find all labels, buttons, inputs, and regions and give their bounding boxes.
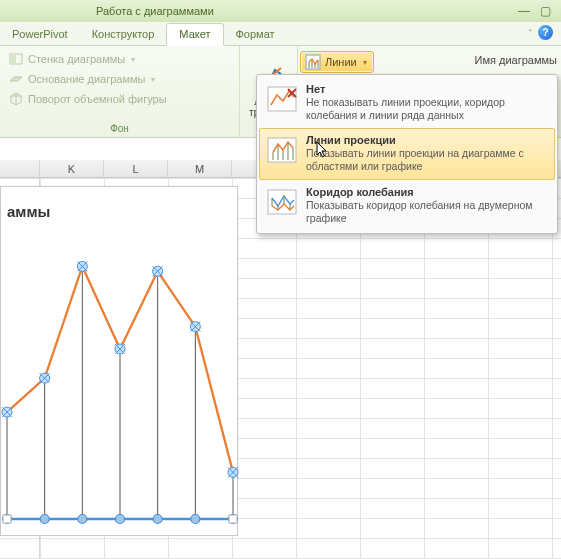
- rotation-3d-icon: [8, 91, 24, 107]
- chart-base-button: Основание диаграммы ▾: [6, 70, 233, 88]
- option-desc: Не показывать линии проекции, коридор ко…: [306, 96, 548, 122]
- svg-point-54: [78, 515, 87, 524]
- lines-dropdown-button[interactable]: Линии ▾: [300, 51, 374, 73]
- chart-plot-area[interactable]: [7, 239, 233, 519]
- option-title: Коридор колебания: [306, 186, 548, 198]
- chart-title[interactable]: аммы: [7, 203, 50, 220]
- option-desc: Показывать линии проекции на диаграмме с…: [306, 147, 548, 173]
- lines-droplines-icon: [266, 134, 298, 166]
- lines-icon: [305, 54, 321, 70]
- embedded-chart[interactable]: аммы: [0, 186, 238, 536]
- svg-point-57: [191, 515, 200, 524]
- chart-base-label: Основание диаграммы: [28, 73, 145, 85]
- svg-rect-59: [3, 515, 11, 523]
- ribbon-group-fon: Стенка диаграммы ▾ Основание диаграммы ▾…: [0, 46, 240, 137]
- chart-wall-button: Стенка диаграммы ▾: [6, 50, 233, 68]
- contextual-tab-title-text: Работа с диаграммами: [96, 5, 214, 17]
- svg-point-55: [116, 515, 125, 524]
- rotation-3d-label: Поворот объемной фигуры: [28, 93, 167, 105]
- option-title: Нет: [306, 83, 548, 95]
- chart-svg: [7, 239, 233, 519]
- col-header[interactable]: M: [168, 160, 232, 177]
- chevron-down-icon: ▾: [363, 58, 367, 67]
- lines-none-icon: [266, 83, 298, 115]
- col-header[interactable]: [0, 160, 40, 177]
- chart-wall-label: Стенка диаграммы: [28, 53, 125, 65]
- col-header[interactable]: K: [40, 160, 104, 177]
- svg-rect-1: [10, 54, 16, 64]
- lines-hilow-icon: [266, 186, 298, 218]
- svg-point-56: [153, 515, 162, 524]
- ribbon: Стенка диаграммы ▾ Основание диаграммы ▾…: [0, 46, 561, 138]
- svg-point-53: [40, 515, 49, 524]
- ribbon-group-label: Фон: [0, 123, 239, 137]
- lines-option-droplines[interactable]: Линии проекции Показывать линии проекции…: [259, 128, 555, 179]
- chart-base-icon: [8, 71, 24, 87]
- tab-maket[interactable]: Макет: [166, 23, 223, 46]
- option-title: Линии проекции: [306, 134, 548, 146]
- contextual-tab-title: Работа с диаграммами — ▢: [0, 0, 561, 22]
- window-controls: — ▢: [518, 4, 551, 18]
- svg-marker-2: [10, 77, 22, 81]
- tab-format[interactable]: Формат: [224, 24, 287, 45]
- tab-konstruktor[interactable]: Конструктор: [80, 24, 167, 45]
- help-area: ˇ ?: [529, 25, 553, 40]
- restore-icon[interactable]: ▢: [540, 4, 551, 18]
- lines-option-none[interactable]: Нет Не показывать линии проекции, коридо…: [259, 77, 555, 128]
- lines-option-hilow[interactable]: Коридор колебания Показывать коридор кол…: [259, 180, 555, 231]
- chevron-down-icon: ▾: [151, 75, 155, 84]
- ribbon-minimize-icon[interactable]: ˇ: [529, 28, 532, 38]
- tab-powerpivot[interactable]: PowerPivot: [0, 24, 80, 45]
- rotation-3d-button: Поворот объемной фигуры: [6, 90, 233, 108]
- svg-rect-12: [268, 138, 296, 162]
- chart-wall-icon: [8, 51, 24, 67]
- lines-dropdown-menu: Нет Не показывать линии проекции, коридо…: [256, 74, 558, 234]
- help-icon[interactable]: ?: [538, 25, 553, 40]
- col-header[interactable]: L: [104, 160, 168, 177]
- ribbon-tabs: PowerPivot Конструктор Макет Формат ˇ ?: [0, 22, 561, 46]
- svg-rect-60: [229, 515, 237, 523]
- chevron-down-icon: ▾: [131, 55, 135, 64]
- option-desc: Показывать коридор колебания на двумерно…: [306, 199, 548, 225]
- lines-button-label: Линии: [325, 56, 357, 68]
- minimize-icon[interactable]: —: [518, 4, 530, 18]
- chart-name-label: Имя диаграммы: [475, 54, 557, 66]
